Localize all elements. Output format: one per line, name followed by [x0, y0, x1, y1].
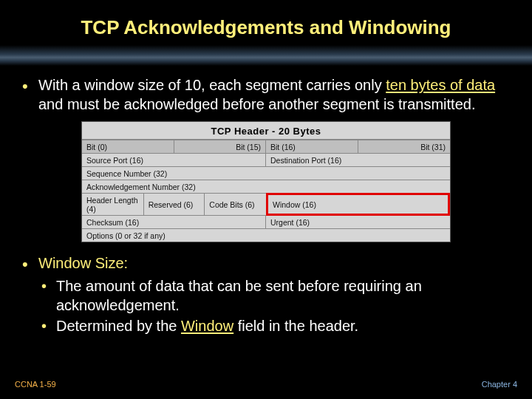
hdr-bit31: Bit (31) [358, 140, 451, 153]
footer: CCNA 1-59 Chapter 4 [0, 380, 532, 389]
diagram-row-ack: Acknowledgement Number (32) [82, 180, 450, 193]
bullet-2: Window Size: The amount of data that can… [19, 254, 513, 335]
ack-num: Acknowledgement Number (32) [82, 180, 450, 193]
bullet-2-sub1: The amount of data that can be sent befo… [38, 276, 513, 315]
tcp-header-diagram: TCP Header - 20 Bytes Bit (0) Bit (15) B… [81, 121, 451, 242]
sub2-keyword: Window [181, 318, 233, 334]
slide-title: TCP Acknowledgements and Windowing [0, 0, 532, 45]
diagram-row-checksum: Checksum (16) Urgent (16) [82, 215, 450, 228]
hdr-bit15: Bit (15) [174, 140, 267, 153]
bullet-1-keyword: ten bytes of data [386, 77, 495, 93]
bullet-1: With a window size of 10, each segment c… [19, 76, 513, 114]
dst-port: Destination Port (16) [266, 154, 450, 166]
diagram-bit-header: Bit (0) Bit (15) Bit (16) Bit (31) [82, 140, 450, 153]
hdr-bit16: Bit (16) [266, 140, 358, 153]
hdr-len: Header Length (4) [82, 194, 144, 215]
diagram-row-ports: Source Port (16) Destination Port (16) [82, 153, 450, 166]
urgent: Urgent (16) [266, 216, 450, 228]
reserved: Reserved (6) [144, 194, 205, 215]
footer-right: Chapter 4 [482, 380, 517, 389]
options: Options (0 or 32 if any) [82, 229, 450, 242]
checksum: Checksum (16) [82, 216, 266, 228]
diagram-row-options: Options (0 or 32 if any) [82, 228, 450, 242]
bullet-1-prefix: With a window size of 10, each segment c… [38, 77, 386, 93]
diagram-row-flags-window: Header Length (4) Reserved (6) Code Bits… [82, 193, 450, 215]
diagram-row-seq: Sequence Number (32) [82, 166, 450, 180]
footer-left: CCNA 1-59 [15, 380, 56, 389]
content-area: With a window size of 10, each segment c… [0, 76, 532, 335]
hdr-bit0: Bit (0) [82, 140, 174, 153]
diagram-title: TCP Header - 20 Bytes [82, 122, 450, 140]
bullet-2-sub2: Determined by the Window field in the he… [38, 316, 513, 335]
sub2-suffix: field in the header. [233, 318, 358, 334]
window-field: Window (16) [268, 195, 448, 214]
code-bits: Code Bits (6) [205, 194, 267, 215]
window-field-highlight: Window (16) [266, 193, 450, 216]
bullet-1-suffix: and must be acknowledged before another … [38, 96, 475, 112]
bullet-2-label: Window Size: [38, 255, 128, 271]
seq-num: Sequence Number (32) [82, 167, 450, 180]
title-divider [0, 45, 532, 66]
src-port: Source Port (16) [82, 154, 266, 166]
sub2-prefix: Determined by the [56, 318, 181, 334]
